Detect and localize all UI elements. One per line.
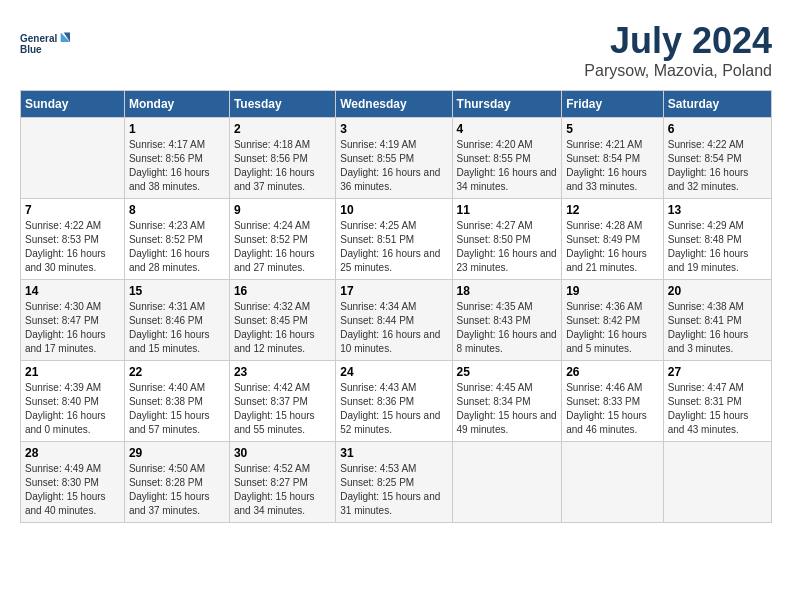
day-number: 31 xyxy=(340,446,447,460)
day-number: 29 xyxy=(129,446,225,460)
day-info: Sunrise: 4:25 AMSunset: 8:51 PMDaylight:… xyxy=(340,219,447,275)
day-number: 9 xyxy=(234,203,331,217)
day-info: Sunrise: 4:22 AMSunset: 8:53 PMDaylight:… xyxy=(25,219,120,275)
day-cell: 22 Sunrise: 4:40 AMSunset: 8:38 PMDaylig… xyxy=(124,361,229,442)
week-row-2: 7 Sunrise: 4:22 AMSunset: 8:53 PMDayligh… xyxy=(21,199,772,280)
header-wednesday: Wednesday xyxy=(336,91,452,118)
day-info: Sunrise: 4:52 AMSunset: 8:27 PMDaylight:… xyxy=(234,462,331,518)
day-info: Sunrise: 4:20 AMSunset: 8:55 PMDaylight:… xyxy=(457,138,558,194)
day-number: 28 xyxy=(25,446,120,460)
day-cell: 29 Sunrise: 4:50 AMSunset: 8:28 PMDaylig… xyxy=(124,442,229,523)
day-number: 10 xyxy=(340,203,447,217)
day-cell: 4 Sunrise: 4:20 AMSunset: 8:55 PMDayligh… xyxy=(452,118,562,199)
day-number: 18 xyxy=(457,284,558,298)
day-cell: 9 Sunrise: 4:24 AMSunset: 8:52 PMDayligh… xyxy=(229,199,335,280)
day-number: 27 xyxy=(668,365,767,379)
header-sunday: Sunday xyxy=(21,91,125,118)
day-number: 2 xyxy=(234,122,331,136)
day-info: Sunrise: 4:50 AMSunset: 8:28 PMDaylight:… xyxy=(129,462,225,518)
day-cell xyxy=(663,442,771,523)
day-cell: 31 Sunrise: 4:53 AMSunset: 8:25 PMDaylig… xyxy=(336,442,452,523)
day-cell: 27 Sunrise: 4:47 AMSunset: 8:31 PMDaylig… xyxy=(663,361,771,442)
calendar-header-row: SundayMondayTuesdayWednesdayThursdayFrid… xyxy=(21,91,772,118)
calendar-table: SundayMondayTuesdayWednesdayThursdayFrid… xyxy=(20,90,772,523)
day-cell: 15 Sunrise: 4:31 AMSunset: 8:46 PMDaylig… xyxy=(124,280,229,361)
week-row-4: 21 Sunrise: 4:39 AMSunset: 8:40 PMDaylig… xyxy=(21,361,772,442)
day-info: Sunrise: 4:23 AMSunset: 8:52 PMDaylight:… xyxy=(129,219,225,275)
day-cell: 1 Sunrise: 4:17 AMSunset: 8:56 PMDayligh… xyxy=(124,118,229,199)
header-monday: Monday xyxy=(124,91,229,118)
month-title: July 2024 xyxy=(584,20,772,62)
day-info: Sunrise: 4:21 AMSunset: 8:54 PMDaylight:… xyxy=(566,138,659,194)
day-info: Sunrise: 4:34 AMSunset: 8:44 PMDaylight:… xyxy=(340,300,447,356)
day-cell: 18 Sunrise: 4:35 AMSunset: 8:43 PMDaylig… xyxy=(452,280,562,361)
day-cell: 7 Sunrise: 4:22 AMSunset: 8:53 PMDayligh… xyxy=(21,199,125,280)
svg-text:General: General xyxy=(20,33,57,44)
day-number: 24 xyxy=(340,365,447,379)
day-number: 19 xyxy=(566,284,659,298)
day-info: Sunrise: 4:27 AMSunset: 8:50 PMDaylight:… xyxy=(457,219,558,275)
header-thursday: Thursday xyxy=(452,91,562,118)
day-number: 3 xyxy=(340,122,447,136)
day-cell: 10 Sunrise: 4:25 AMSunset: 8:51 PMDaylig… xyxy=(336,199,452,280)
day-number: 1 xyxy=(129,122,225,136)
day-number: 12 xyxy=(566,203,659,217)
day-cell: 21 Sunrise: 4:39 AMSunset: 8:40 PMDaylig… xyxy=(21,361,125,442)
week-row-1: 1 Sunrise: 4:17 AMSunset: 8:56 PMDayligh… xyxy=(21,118,772,199)
day-number: 5 xyxy=(566,122,659,136)
day-info: Sunrise: 4:28 AMSunset: 8:49 PMDaylight:… xyxy=(566,219,659,275)
day-number: 20 xyxy=(668,284,767,298)
day-number: 15 xyxy=(129,284,225,298)
day-cell: 25 Sunrise: 4:45 AMSunset: 8:34 PMDaylig… xyxy=(452,361,562,442)
day-info: Sunrise: 4:35 AMSunset: 8:43 PMDaylight:… xyxy=(457,300,558,356)
day-info: Sunrise: 4:31 AMSunset: 8:46 PMDaylight:… xyxy=(129,300,225,356)
day-cell: 12 Sunrise: 4:28 AMSunset: 8:49 PMDaylig… xyxy=(562,199,664,280)
day-number: 4 xyxy=(457,122,558,136)
day-cell: 24 Sunrise: 4:43 AMSunset: 8:36 PMDaylig… xyxy=(336,361,452,442)
day-info: Sunrise: 4:29 AMSunset: 8:48 PMDaylight:… xyxy=(668,219,767,275)
day-info: Sunrise: 4:17 AMSunset: 8:56 PMDaylight:… xyxy=(129,138,225,194)
day-cell: 23 Sunrise: 4:42 AMSunset: 8:37 PMDaylig… xyxy=(229,361,335,442)
day-cell: 14 Sunrise: 4:30 AMSunset: 8:47 PMDaylig… xyxy=(21,280,125,361)
day-info: Sunrise: 4:38 AMSunset: 8:41 PMDaylight:… xyxy=(668,300,767,356)
day-info: Sunrise: 4:22 AMSunset: 8:54 PMDaylight:… xyxy=(668,138,767,194)
day-number: 25 xyxy=(457,365,558,379)
day-info: Sunrise: 4:47 AMSunset: 8:31 PMDaylight:… xyxy=(668,381,767,437)
day-cell: 20 Sunrise: 4:38 AMSunset: 8:41 PMDaylig… xyxy=(663,280,771,361)
day-number: 26 xyxy=(566,365,659,379)
day-info: Sunrise: 4:30 AMSunset: 8:47 PMDaylight:… xyxy=(25,300,120,356)
day-info: Sunrise: 4:45 AMSunset: 8:34 PMDaylight:… xyxy=(457,381,558,437)
day-info: Sunrise: 4:24 AMSunset: 8:52 PMDaylight:… xyxy=(234,219,331,275)
day-cell xyxy=(21,118,125,199)
day-info: Sunrise: 4:36 AMSunset: 8:42 PMDaylight:… xyxy=(566,300,659,356)
day-info: Sunrise: 4:49 AMSunset: 8:30 PMDaylight:… xyxy=(25,462,120,518)
day-cell: 11 Sunrise: 4:27 AMSunset: 8:50 PMDaylig… xyxy=(452,199,562,280)
day-number: 11 xyxy=(457,203,558,217)
day-cell: 6 Sunrise: 4:22 AMSunset: 8:54 PMDayligh… xyxy=(663,118,771,199)
day-number: 6 xyxy=(668,122,767,136)
day-cell xyxy=(562,442,664,523)
day-number: 23 xyxy=(234,365,331,379)
day-info: Sunrise: 4:53 AMSunset: 8:25 PMDaylight:… xyxy=(340,462,447,518)
day-number: 16 xyxy=(234,284,331,298)
day-cell: 19 Sunrise: 4:36 AMSunset: 8:42 PMDaylig… xyxy=(562,280,664,361)
day-number: 30 xyxy=(234,446,331,460)
header-friday: Friday xyxy=(562,91,664,118)
day-info: Sunrise: 4:43 AMSunset: 8:36 PMDaylight:… xyxy=(340,381,447,437)
title-area: July 2024 Parysow, Mazovia, Poland xyxy=(584,20,772,80)
day-cell: 17 Sunrise: 4:34 AMSunset: 8:44 PMDaylig… xyxy=(336,280,452,361)
day-number: 22 xyxy=(129,365,225,379)
day-cell: 13 Sunrise: 4:29 AMSunset: 8:48 PMDaylig… xyxy=(663,199,771,280)
day-info: Sunrise: 4:39 AMSunset: 8:40 PMDaylight:… xyxy=(25,381,120,437)
day-cell: 3 Sunrise: 4:19 AMSunset: 8:55 PMDayligh… xyxy=(336,118,452,199)
day-cell: 5 Sunrise: 4:21 AMSunset: 8:54 PMDayligh… xyxy=(562,118,664,199)
day-number: 13 xyxy=(668,203,767,217)
day-cell: 2 Sunrise: 4:18 AMSunset: 8:56 PMDayligh… xyxy=(229,118,335,199)
logo-svg: General Blue xyxy=(20,20,70,70)
week-row-5: 28 Sunrise: 4:49 AMSunset: 8:30 PMDaylig… xyxy=(21,442,772,523)
day-cell: 16 Sunrise: 4:32 AMSunset: 8:45 PMDaylig… xyxy=(229,280,335,361)
day-number: 7 xyxy=(25,203,120,217)
svg-text:Blue: Blue xyxy=(20,44,42,55)
day-info: Sunrise: 4:19 AMSunset: 8:55 PMDaylight:… xyxy=(340,138,447,194)
day-info: Sunrise: 4:46 AMSunset: 8:33 PMDaylight:… xyxy=(566,381,659,437)
